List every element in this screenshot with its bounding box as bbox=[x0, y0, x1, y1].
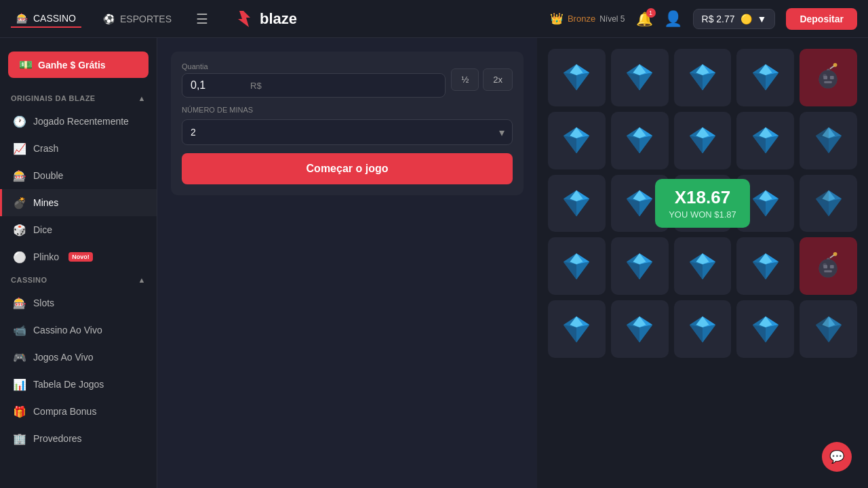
sidebar-item-jogos-ao-vivo[interactable]: 🎮 Jogos Ao Vivo bbox=[0, 344, 157, 371]
free-money-label: Ganhe $ Grátis bbox=[38, 60, 106, 70]
svg-marker-72 bbox=[815, 199, 828, 216]
bet-row: Quantia R$ ½ 2x bbox=[182, 62, 513, 98]
grid-cell-4[interactable] bbox=[800, 49, 857, 106]
crown-icon: 👑 bbox=[550, 12, 564, 25]
svg-marker-93 bbox=[766, 262, 778, 279]
svg-marker-8 bbox=[627, 73, 639, 91]
collapse-icon: ▲ bbox=[138, 94, 146, 102]
sidebar-item-dice[interactable]: 🎲 Dice bbox=[0, 216, 157, 243]
sidebar-item-compra-bonus[interactable]: 🎁 Compra Bonus bbox=[0, 398, 157, 425]
svg-marker-48 bbox=[766, 136, 778, 153]
balance-display[interactable]: R$ 2.77 🟡 ▼ bbox=[693, 9, 776, 29]
compra-bonus-icon: 🎁 bbox=[13, 405, 26, 418]
grid-cell-20[interactable] bbox=[548, 300, 606, 358]
grid-cell-10[interactable] bbox=[548, 175, 606, 232]
svg-rect-103 bbox=[824, 270, 832, 272]
nav-cassino[interactable]: 🎰 CASSINO bbox=[11, 10, 81, 28]
grid-cell-0[interactable] bbox=[548, 49, 606, 106]
bet-input[interactable] bbox=[191, 79, 245, 92]
win-multiplier: X18.67 bbox=[669, 187, 736, 208]
originais-section-header[interactable]: ORIGINAIS DA BLAZE ▲ bbox=[0, 89, 157, 108]
balance-dropdown-icon: ▼ bbox=[757, 14, 767, 24]
sidebar-item-recentes[interactable]: 🕐 Jogado Recentemente bbox=[0, 108, 157, 135]
cassino-section-label: CASSINO bbox=[11, 276, 47, 284]
grid-cell-17[interactable] bbox=[674, 237, 732, 295]
svg-marker-106 bbox=[564, 325, 576, 342]
hamburger-icon[interactable]: ☰ bbox=[193, 8, 211, 30]
notification-button[interactable]: 🔔 1 bbox=[636, 11, 653, 27]
header-left: 🎰 CASSINO ⚽ ESPORTES ☰ blaze bbox=[11, 8, 297, 30]
bronze-label: Bronze bbox=[568, 14, 595, 24]
svg-marker-62 bbox=[627, 199, 639, 216]
svg-marker-32 bbox=[564, 136, 576, 153]
esportes-label: ESPORTES bbox=[120, 14, 172, 24]
grid-cell-23[interactable] bbox=[736, 300, 794, 358]
sidebar-item-double[interactable]: 🎰 Double bbox=[0, 162, 157, 189]
free-money-button[interactable]: 💵 Ganhe $ Grátis bbox=[8, 52, 149, 78]
svg-marker-82 bbox=[627, 262, 639, 279]
deposit-button[interactable]: Depositar bbox=[786, 8, 857, 30]
svg-marker-127 bbox=[829, 325, 842, 342]
mines-select[interactable]: 2 3 5 10 bbox=[182, 119, 513, 145]
double-icon: 🎰 bbox=[13, 169, 26, 182]
grid-cell-22[interactable] bbox=[674, 300, 732, 358]
svg-marker-117 bbox=[703, 325, 715, 342]
grid-cell-18[interactable] bbox=[736, 237, 794, 295]
grid-cell-9[interactable] bbox=[800, 112, 857, 169]
svg-marker-53 bbox=[829, 136, 842, 153]
balance-value: R$ 2.77 bbox=[702, 14, 735, 24]
sidebar-item-provedores[interactable]: 🏢 Provedores bbox=[0, 425, 157, 452]
grid-cell-7[interactable] bbox=[674, 112, 732, 169]
grid-cell-3[interactable] bbox=[736, 49, 794, 106]
sidebar-item-plinko[interactable]: ⚪ Plinko Novo! bbox=[0, 243, 157, 270]
sidebar-item-tabela[interactable]: 📊 Tabela De Jogos bbox=[0, 371, 157, 398]
svg-marker-4 bbox=[576, 73, 589, 91]
svg-marker-3 bbox=[564, 73, 576, 91]
svg-marker-87 bbox=[690, 262, 703, 279]
cassino-icon: 🎰 bbox=[16, 13, 28, 24]
grid-cell-12[interactable]: X18.67 YOU WON $1.87 bbox=[674, 175, 732, 232]
sidebar-item-cassino-ao-vivo[interactable]: 📹 Cassino Ao Vivo bbox=[0, 317, 157, 344]
double-label: Double bbox=[33, 170, 63, 181]
sidebar-item-slots[interactable]: 🎰 Slots bbox=[0, 289, 157, 317]
svg-marker-9 bbox=[639, 73, 652, 91]
main-layout: 💵 Ganhe $ Grátis ORIGINAIS DA BLAZE ▲ 🕐 … bbox=[0, 38, 868, 488]
grid-cell-5[interactable] bbox=[548, 112, 606, 169]
svg-marker-121 bbox=[753, 325, 766, 342]
svg-marker-67 bbox=[753, 199, 766, 216]
provedores-icon: 🏢 bbox=[13, 432, 26, 445]
profile-button[interactable]: 👤 bbox=[664, 10, 682, 28]
half-button[interactable]: ½ bbox=[451, 68, 479, 91]
chat-fab-button[interactable]: 💬 bbox=[822, 442, 852, 472]
svg-marker-122 bbox=[766, 325, 778, 342]
double-button[interactable]: 2x bbox=[483, 68, 513, 91]
sidebar-item-crash[interactable]: 📈 Crash bbox=[0, 135, 157, 162]
grid-cell-6[interactable] bbox=[611, 112, 669, 169]
nav-esportes[interactable]: ⚽ ESPORTES bbox=[98, 11, 177, 27]
svg-marker-18 bbox=[753, 73, 766, 91]
grid-cell-8[interactable] bbox=[736, 112, 794, 169]
grid-cell-1[interactable] bbox=[611, 49, 669, 106]
grid-cell-19[interactable] bbox=[800, 237, 857, 295]
svg-marker-68 bbox=[766, 199, 778, 216]
compra-bonus-label: Compra Bonus bbox=[33, 406, 96, 417]
coin-icon: 🟡 bbox=[741, 14, 752, 24]
grid-cell-2[interactable] bbox=[674, 49, 732, 106]
cassino-section-header[interactable]: CASSINO ▲ bbox=[0, 270, 157, 289]
grid-cell-24[interactable] bbox=[800, 300, 857, 358]
grid-cell-15[interactable] bbox=[548, 237, 606, 295]
svg-marker-58 bbox=[576, 199, 589, 216]
grid-cell-21[interactable] bbox=[611, 300, 669, 358]
logo: blaze bbox=[233, 8, 297, 30]
svg-marker-38 bbox=[639, 136, 652, 153]
slots-icon: 🎰 bbox=[13, 296, 26, 310]
start-game-button[interactable]: Começar o jogo bbox=[182, 153, 513, 184]
sidebar-item-mines[interactable]: 💣 Mines bbox=[0, 189, 157, 216]
grid-cell-14[interactable] bbox=[800, 175, 857, 232]
grid-cell-16[interactable] bbox=[611, 237, 669, 295]
tabela-icon: 📊 bbox=[13, 378, 26, 391]
svg-marker-14 bbox=[703, 73, 715, 91]
bet-section: Quantia R$ ½ 2x NÚMERO DE MINAS 2 3 5 bbox=[171, 52, 524, 195]
mines-icon: 💣 bbox=[13, 196, 26, 209]
svg-point-100 bbox=[833, 252, 837, 256]
